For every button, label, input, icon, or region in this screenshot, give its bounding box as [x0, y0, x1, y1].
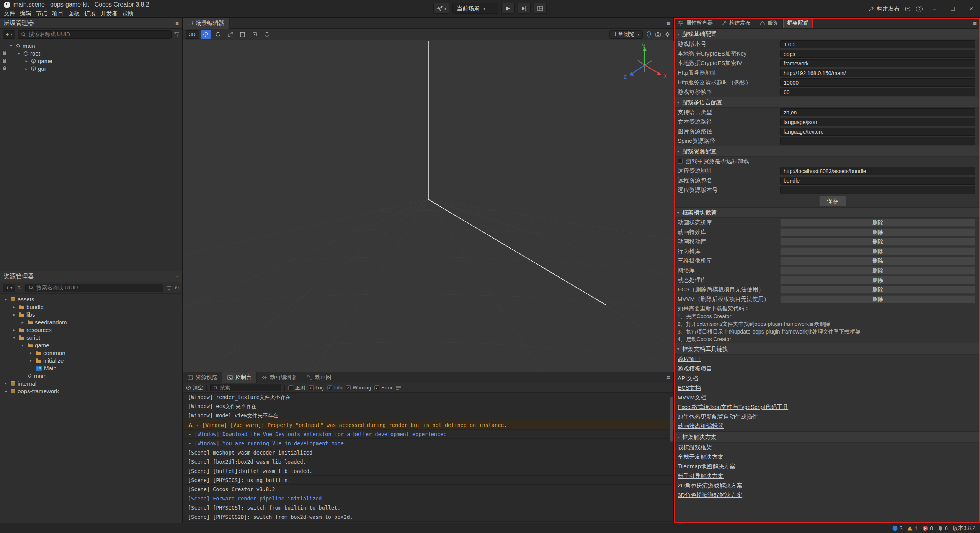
hierarchy-node-root[interactable]: ▾ root: [0, 49, 182, 57]
expand-arrow-icon[interactable]: ▸: [3, 381, 8, 386]
delete-module-button[interactable]: 删除: [780, 257, 975, 265]
expand-arrow-icon[interactable]: ▸: [188, 432, 192, 436]
doc-link[interactable]: 动画状态机编辑器: [678, 423, 724, 430]
doc-link[interactable]: 游戏模板项目: [678, 365, 712, 373]
asset-node-main-ts[interactable]: TS Main: [0, 364, 182, 372]
hierarchy-node-main[interactable]: ▾ main: [0, 42, 182, 49]
sort-icon[interactable]: [18, 285, 23, 290]
solution-link[interactable]: 战棋游戏框架: [678, 444, 712, 451]
play-button[interactable]: [501, 3, 514, 14]
create-node-button[interactable]: + ▾: [3, 30, 15, 39]
doc-link[interactable]: API文档: [678, 375, 698, 382]
http-server-input[interactable]: http://192.168.0.150/main/: [780, 69, 975, 77]
section-resource-config[interactable]: ▾ 游戏资源配置: [674, 146, 980, 157]
asset-node-common[interactable]: ▸ common: [0, 349, 182, 356]
log-row[interactable]: [Scene] [PHYSICS]: using builtin.: [183, 476, 674, 485]
language-types-input[interactable]: zh,en: [780, 108, 975, 116]
log-row-info[interactable]: ▸ [Window] Download the Vue Devtools ext…: [183, 430, 674, 439]
window-minimize-button[interactable]: –: [928, 0, 941, 18]
expand-arrow-icon[interactable]: ▾: [20, 343, 25, 347]
tab-console[interactable]: 控制台: [222, 372, 257, 383]
regex-checkbox[interactable]: 正则: [288, 384, 305, 391]
asset-node-script[interactable]: ▾ script: [0, 334, 182, 341]
delete-module-button[interactable]: 删除: [780, 286, 975, 294]
delete-module-button[interactable]: 删除: [780, 238, 975, 246]
log-row[interactable]: [Window] ecs文件夹不存在: [183, 402, 674, 411]
solution-link[interactable]: 3D角色扮演游戏解决方案: [678, 492, 742, 499]
camera-icon[interactable]: [655, 32, 661, 37]
log-row-info[interactable]: [Scene] Forward render pipeline initiali…: [183, 494, 674, 503]
expand-arrow-icon[interactable]: ▾: [16, 51, 21, 56]
panel-menu-icon[interactable]: ≡: [175, 273, 179, 280]
window-maximize-button[interactable]: □: [946, 0, 959, 18]
preview-device-button[interactable]: ▾: [433, 3, 449, 14]
panel-menu-icon[interactable]: ≡: [175, 20, 179, 26]
asset-node-game[interactable]: ▾ game: [0, 341, 182, 349]
layout-button[interactable]: [534, 3, 547, 14]
expand-arrow-icon[interactable]: ▸: [24, 67, 29, 71]
refresh-icon[interactable]: ↻: [174, 284, 179, 291]
log-row-info[interactable]: ▸ [Window] You are running Vue in develo…: [183, 439, 674, 448]
expand-arrow-icon[interactable]: ▸: [11, 328, 17, 332]
section-module-trim[interactable]: ▾ 框架模块裁剪: [674, 207, 980, 218]
coordinate-space-button[interactable]: [262, 30, 273, 39]
orientation-gizmo[interactable]: Y X Z: [618, 41, 671, 87]
collapse-logs-icon[interactable]: [396, 386, 401, 390]
step-button[interactable]: [518, 3, 531, 14]
image-res-path-input[interactable]: language/texture: [780, 128, 975, 136]
delete-module-button[interactable]: 删除: [780, 228, 975, 236]
expand-arrow-icon[interactable]: ▾: [8, 44, 14, 48]
log-row[interactable]: [Scene] [PHYSICS2D]: switch from box2d-w…: [183, 512, 674, 522]
scene-select[interactable]: 当前场景 ▾: [452, 3, 498, 14]
section-game-basic-config[interactable]: ▾ 游戏基础配置: [674, 29, 980, 39]
lock-icon[interactable]: [3, 60, 6, 63]
log-row[interactable]: [Scene] [PHYSICS]: switch from builtin t…: [183, 503, 674, 512]
text-res-path-input[interactable]: language/json: [780, 118, 975, 126]
expand-arrow-icon[interactable]: ▸: [188, 441, 192, 445]
move-tool-button[interactable]: [201, 30, 211, 39]
doc-link[interactable]: MVVM文档: [678, 394, 706, 401]
remote-load-checkbox-row[interactable]: 游戏中资源是否远程加载: [674, 157, 980, 166]
scene-viewport[interactable]: Y X Z: [183, 41, 674, 372]
menu-extension[interactable]: 扩展: [82, 9, 98, 18]
remote-bundle-name-input[interactable]: bundle: [780, 177, 975, 185]
filter-icon[interactable]: [174, 32, 179, 37]
clear-console-button[interactable]: 清空: [186, 384, 203, 391]
expand-arrow-icon[interactable]: ▾: [3, 297, 8, 301]
menu-edit[interactable]: 编辑: [18, 9, 34, 18]
menu-developer[interactable]: 开发者: [98, 9, 120, 18]
tab-animation-graph[interactable]: 动画图: [302, 372, 336, 383]
menu-help[interactable]: 帮助: [120, 9, 136, 18]
expand-arrow-icon[interactable]: ▾: [11, 335, 17, 340]
crypto-key-input[interactable]: oops: [780, 50, 975, 58]
scrollbar-thumb[interactable]: [670, 397, 673, 442]
warning-message-badge[interactable]: 1: [907, 525, 918, 531]
asset-node-internal[interactable]: ▸ internal: [0, 379, 182, 387]
log-row[interactable]: [Scene] [box2d]:box2d wasm lib loaded.: [183, 457, 674, 466]
filter-log-checkbox[interactable]: ✓ Log: [309, 385, 324, 391]
asset-node-seedrandom[interactable]: ▸ seedrandom: [0, 318, 182, 326]
log-row[interactable]: [Window] render_texture文件夹不存在: [183, 393, 674, 402]
doc-link[interactable]: 原生包热更新配置自动生成插件: [678, 413, 758, 420]
section-doc-links[interactable]: ▾ 框架文档工具链接: [674, 343, 980, 355]
build-publish-button[interactable]: 构建发布: [868, 5, 900, 13]
solution-link[interactable]: 全栈开发解决方案: [678, 453, 724, 461]
log-row[interactable]: [Scene] Cocos Creator v3.8.2: [183, 485, 674, 494]
menu-panel[interactable]: 面板: [66, 9, 82, 18]
package-icon[interactable]: [905, 6, 911, 12]
panel-menu-icon[interactable]: ≡: [666, 374, 673, 381]
tab-animation-editor[interactable]: 动画编辑器: [257, 372, 302, 383]
game-version-input[interactable]: 1.0.5: [780, 40, 975, 48]
asset-node-bundle[interactable]: ▸ bundle: [0, 303, 182, 311]
console-search-input[interactable]: 搜索: [210, 384, 281, 391]
expand-arrow-icon[interactable]: ▸: [28, 358, 34, 363]
section-language-config[interactable]: ▾ 游戏多语言配置: [674, 97, 980, 108]
filter-warning-checkbox[interactable]: ✓ Warning: [346, 385, 371, 391]
expand-arrow-icon[interactable]: ▸: [11, 312, 17, 317]
hierarchy-search-input[interactable]: 搜索名称或 UUID: [18, 30, 172, 39]
expand-arrow-icon[interactable]: ▸: [11, 305, 17, 309]
spine-res-path-input[interactable]: [780, 137, 975, 145]
tab-service[interactable]: 服务: [755, 18, 783, 28]
assets-search-input[interactable]: 搜索名称或 UUID: [25, 284, 163, 292]
solution-link[interactable]: 2D角色扮演游戏解决方案: [678, 482, 742, 489]
